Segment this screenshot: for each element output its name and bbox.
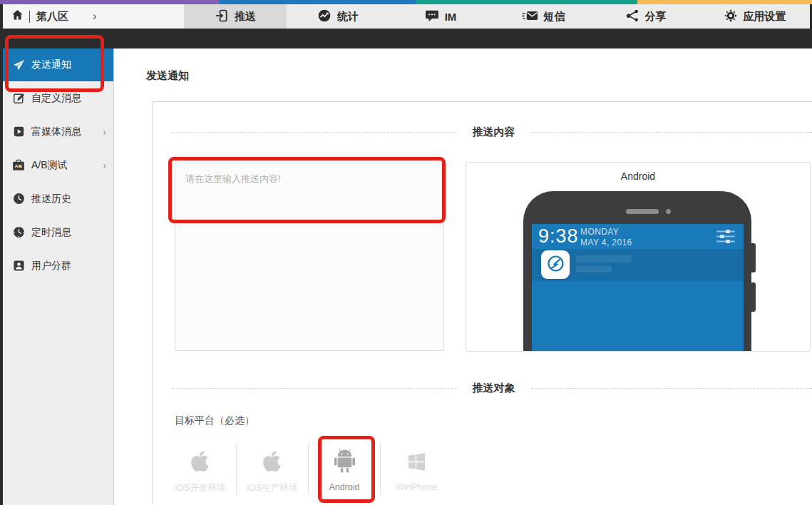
phone-side-button <box>751 282 756 312</box>
sidebar-item-label: 发送通知 <box>31 58 71 71</box>
notification-text-ghost <box>576 255 632 262</box>
platform-label: iOS开发环境 <box>175 482 226 494</box>
edit-icon <box>12 92 25 105</box>
phone-side-button <box>751 243 756 272</box>
platform-winphone[interactable]: WinPhone <box>381 436 452 494</box>
push-content-divider: 推送内容 <box>172 125 812 139</box>
sidebar-item-push-history[interactable]: 推送历史 <box>3 182 113 215</box>
sidebar-item-user-segment[interactable]: 用户分群 <box>3 249 113 282</box>
platform-ios-dev[interactable]: iOS开发环境 <box>165 436 236 494</box>
app-window: 第八区 › 推送 统计 <box>0 0 812 505</box>
clock-icon <box>12 193 25 205</box>
notification-row <box>532 249 744 281</box>
sidebar-item-send-notification[interactable]: 发送通知 <box>3 49 113 81</box>
tab-label: 应用设置 <box>744 10 786 24</box>
phone-time: 9:38 <box>538 225 579 248</box>
sidebar-item-label: 定时消息 <box>31 226 71 239</box>
sidebar-item-label: A/B测试 <box>31 159 68 172</box>
platform-ios-prod[interactable]: iOS生产环境 <box>237 436 308 494</box>
platform-selector: iOS开发环境 iOS生产环境 <box>165 436 452 494</box>
tab-im[interactable]: IM <box>389 4 492 29</box>
app-switcher[interactable]: 第八区 › <box>0 4 184 29</box>
phone-screen: 9:38 MONDAY MAY 4, 2016 <box>532 224 744 352</box>
platform-label: iOS生产环境 <box>247 482 298 494</box>
push-icon <box>215 9 229 25</box>
sub-header-bar <box>0 29 812 49</box>
sidebar-item-custom-message[interactable]: 自定义消息 <box>3 81 113 115</box>
app-switcher-divider <box>29 11 30 23</box>
phone-mockup: 9:38 MONDAY MAY 4, 2016 <box>523 191 751 352</box>
phone-speaker <box>626 209 659 214</box>
top-color-strip <box>0 0 812 4</box>
ab-test-icon: A/B <box>12 159 25 172</box>
phone-date-block: MONDAY MAY 4, 2016 <box>580 227 632 248</box>
tab-label: 推送 <box>235 10 256 24</box>
page-title: 发送通知 <box>146 69 189 83</box>
timer-icon <box>12 226 25 239</box>
tab-label: 短信 <box>544 10 565 24</box>
left-edge-strip <box>0 4 3 505</box>
android-icon <box>333 442 356 473</box>
target-platform-label: 目标平台（必选） <box>175 414 255 427</box>
phone-weekday: MONDAY <box>580 227 619 237</box>
platform-label: Android <box>329 482 359 492</box>
sidebar-item-rich-media[interactable]: 富媒体消息 › <box>3 115 113 148</box>
strip-segment-orange <box>637 0 812 4</box>
tab-share[interactable]: 分享 <box>595 4 697 29</box>
sidebar-item-ab-test[interactable]: A/B A/B测试 › <box>3 148 113 182</box>
sidebar-item-label: 富媒体消息 <box>31 126 81 138</box>
app-name: 第八区 <box>36 10 68 24</box>
top-navbar: 第八区 › 推送 统计 <box>0 4 812 29</box>
chevron-right-icon: › <box>103 160 106 171</box>
sidebar: 发送通知 自定义消息 富媒体消息 › A/B A/B测试 › 推送 <box>3 49 114 505</box>
home-icon[interactable] <box>11 9 24 24</box>
push-form-panel: 推送内容 Android 9:38 MONDAY MAY 4, 2016 <box>152 101 812 505</box>
phone-camera-dot <box>666 209 671 214</box>
notification-settings-icon <box>716 229 735 247</box>
phone-status-area: 9:38 MONDAY MAY 4, 2016 <box>532 224 744 249</box>
app-badge <box>541 250 570 279</box>
sidebar-item-label: 推送历史 <box>31 193 71 205</box>
phone-date: MAY 4, 2016 <box>580 238 632 248</box>
strip-segment-purple <box>0 0 220 4</box>
stats-icon <box>317 9 332 25</box>
push-content-divider-label: 推送内容 <box>457 126 531 139</box>
tab-label: IM <box>445 11 457 23</box>
windows-icon <box>406 442 428 473</box>
chevron-right-icon: › <box>103 126 106 138</box>
im-icon <box>425 9 439 24</box>
sidebar-item-label: 用户分群 <box>31 260 71 272</box>
tab-app-settings[interactable]: 应用设置 <box>697 4 812 29</box>
push-content-input[interactable] <box>175 163 444 351</box>
platform-label: WinPhone <box>396 482 437 492</box>
tab-push[interactable]: 推送 <box>184 4 287 29</box>
user-group-icon <box>12 260 25 272</box>
tab-label: 统计 <box>337 10 359 24</box>
sidebar-item-scheduled-message[interactable]: 定时消息 <box>3 215 113 249</box>
push-target-divider: 推送对象 <box>172 381 812 395</box>
android-preview-panel: Android 9:38 MONDAY MAY 4, 2016 <box>466 162 811 352</box>
notification-text-ghost <box>576 266 612 272</box>
gear-icon <box>724 9 738 25</box>
tab-stats[interactable]: 统计 <box>287 4 389 29</box>
play-icon <box>12 126 25 138</box>
strip-segment-teal <box>416 0 637 4</box>
jpush-logo-icon <box>546 254 565 276</box>
share-icon <box>626 9 639 24</box>
tab-sms[interactable]: 短信 <box>492 4 595 29</box>
apple-icon <box>190 442 210 473</box>
strip-segment-blue <box>220 0 416 4</box>
preview-platform-title: Android <box>466 170 810 182</box>
paper-plane-icon <box>12 58 25 71</box>
chevron-right-icon[interactable]: › <box>93 11 96 22</box>
push-target-divider-label: 推送对象 <box>457 382 531 395</box>
tab-label: 分享 <box>645 10 667 24</box>
svg-text:A/B: A/B <box>15 164 23 168</box>
sidebar-item-label: 自定义消息 <box>31 92 81 105</box>
sms-icon <box>522 9 538 24</box>
apple-icon <box>262 442 282 473</box>
platform-android[interactable]: Android <box>309 436 380 494</box>
